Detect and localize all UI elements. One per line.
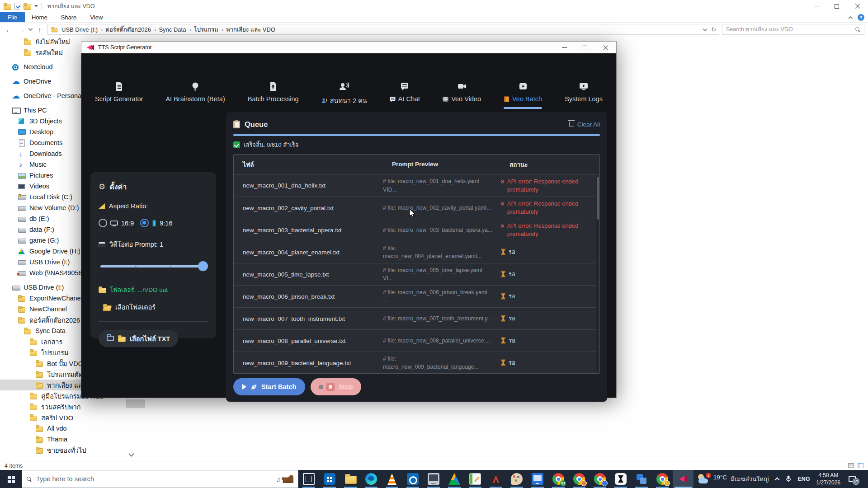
app-close-button[interactable]: [595, 42, 616, 54]
taskbar-app[interactable]: [298, 470, 319, 488]
tab[interactable]: Batch Processing: [248, 80, 299, 103]
tree-item-label: OneDrive: [24, 78, 51, 85]
explorer-search-input[interactable]: [726, 26, 855, 33]
menu-item[interactable]: Share: [54, 12, 84, 22]
tree-item[interactable]: All vdo: [0, 423, 135, 434]
clock[interactable]: 4:58 AM 1/27/2026: [816, 472, 840, 486]
tree-item[interactable]: Thama: [0, 434, 135, 445]
taskbar-app[interactable]: [423, 470, 444, 488]
radio-selected-icon[interactable]: [140, 219, 149, 227]
queue-row[interactable]: new_macro_005_time_lapse.txt # file: mac…: [234, 263, 599, 285]
slider-thumb[interactable]: [198, 261, 208, 271]
queue-row[interactable]: new_macro_003_bacterial_opera.txt # file…: [234, 219, 599, 241]
taskbar-app[interactable]: [569, 470, 590, 488]
breadcrumb-segment[interactable]: USB Drive (I:): [60, 26, 104, 33]
menu-item[interactable]: View: [83, 12, 109, 22]
recent-locations-icon[interactable]: [28, 27, 33, 31]
taskbar-app[interactable]: [590, 470, 610, 488]
tab[interactable]: Script Generator: [95, 80, 143, 103]
taskbar-app[interactable]: [652, 470, 673, 488]
address-dropdown-icon[interactable]: [703, 27, 708, 31]
taskbar-app[interactable]: [486, 470, 506, 488]
microphone-icon[interactable]: [785, 475, 792, 483]
table-scrollbar[interactable]: [596, 175, 599, 373]
explorer-search-box[interactable]: [722, 24, 864, 35]
large-icons-view-icon[interactable]: [858, 463, 863, 468]
app-titlebar[interactable]: TTS Script Generator: [81, 42, 616, 53]
weather-widget[interactable]: 1 19°C มีเมฆส่วนใหญ่: [697, 474, 769, 484]
close-button[interactable]: [847, 0, 868, 12]
queue-row[interactable]: new_macro_006_prison_break.txt # file: m…: [234, 285, 599, 307]
taskbar-app[interactable]: [402, 470, 423, 488]
taskbar-app[interactable]: [527, 470, 548, 488]
choose-txt-files-button[interactable]: เลือกไฟล์ TXT: [99, 330, 178, 347]
up-icon[interactable]: ↑: [35, 26, 45, 33]
address-bar[interactable]: USB Drive (I:)ดอร์สติ๊กต๊อก2026Sync Data…: [47, 24, 719, 35]
videos-per-prompt-slider[interactable]: [100, 261, 206, 271]
clear-all-button[interactable]: Clear All: [569, 121, 600, 128]
quick-access-customize-icon[interactable]: [34, 5, 38, 7]
tab[interactable]: Veo Video: [443, 80, 481, 103]
details-view-icon[interactable]: [848, 463, 854, 468]
ratio-9-16-option[interactable]: 9:16: [140, 219, 172, 227]
refresh-icon[interactable]: ↻: [711, 26, 716, 33]
app-maximize-button[interactable]: [575, 42, 595, 54]
stop-button[interactable]: Stop: [311, 378, 361, 395]
app-minimize-button[interactable]: [554, 42, 575, 54]
menu-item[interactable]: File: [0, 12, 25, 22]
tree-item[interactable]: ขายของทั่วไป: [0, 445, 135, 455]
back-icon[interactable]: ←: [4, 26, 14, 33]
forward-icon[interactable]: →: [16, 26, 26, 33]
breadcrumb-segment[interactable]: โปรแกรม: [193, 25, 225, 34]
start-batch-button[interactable]: Start Batch: [233, 378, 305, 395]
taskbar-app[interactable]: [673, 470, 693, 488]
queue-row[interactable]: new_macro_004_planet_enamel.txt # file: …: [234, 241, 599, 263]
maximize-button[interactable]: [826, 0, 847, 12]
queue-row[interactable]: new_macro_007_tooth_instrument.txt # fil…: [234, 307, 599, 329]
notes-icon: [469, 473, 481, 485]
queue-table-body: new_macro_001_dna_helix.txt # file: macr…: [234, 174, 599, 374]
quick-access-properties-icon[interactable]: [14, 3, 20, 9]
ratio-16-9-option[interactable]: 16:9: [99, 219, 134, 227]
search-highlight-piano-icon[interactable]: ♫: [276, 475, 293, 483]
taskbar-app[interactable]: [610, 470, 631, 488]
breadcrumb-segment[interactable]: ดอร์สติ๊กต๊อก2026: [104, 25, 158, 34]
taskbar-app[interactable]: [465, 470, 486, 488]
ribbon-collapse-icon[interactable]: [849, 16, 853, 21]
language-indicator[interactable]: ENG: [798, 476, 810, 482]
help-icon[interactable]: [858, 14, 864, 21]
queue-row[interactable]: new_macro_002_cavity_portal.txt # file: …: [234, 197, 599, 219]
taskbar-app[interactable]: [340, 470, 361, 488]
taskbar-app[interactable]: [631, 470, 652, 488]
tab[interactable]: สนทนา 2 คน: [321, 80, 367, 106]
quick-access-new-folder-icon[interactable]: [24, 3, 31, 9]
tree-item[interactable]: รวมสคริปพาก: [0, 401, 135, 412]
taskbar-search-box[interactable]: ♫: [22, 470, 298, 488]
choose-folder-button[interactable]: เลือกโฟลเดอร์: [103, 302, 208, 312]
queue-row[interactable]: new_macro_009_bacterial_language.txt # f…: [234, 352, 599, 374]
taskbar-app[interactable]: [361, 470, 382, 488]
tree-item[interactable]: สคริป VDO: [0, 412, 135, 423]
stop-icon: [326, 383, 335, 391]
tab[interactable]: Veo Batch: [504, 80, 542, 109]
tab[interactable]: System Logs: [565, 80, 603, 103]
breadcrumb-segment[interactable]: Sync Data: [157, 26, 192, 33]
taskbar-app[interactable]: [444, 470, 465, 488]
tab[interactable]: AI Chat: [390, 80, 420, 103]
taskbar-search-input[interactable]: [36, 475, 272, 483]
menu-item[interactable]: Home: [25, 12, 54, 22]
taskbar-app[interactable]: [319, 470, 340, 488]
start-button[interactable]: [0, 470, 22, 488]
queue-row[interactable]: new_macro_001_dna_helix.txt # file: macr…: [234, 174, 599, 197]
tab[interactable]: AI Brainstorm (Beta): [165, 80, 225, 103]
radio-unselected-icon[interactable]: [99, 219, 107, 227]
minimize-button[interactable]: [806, 0, 826, 12]
queue-row[interactable]: new_macro_008_parallel_universe.txt # fi…: [234, 329, 599, 352]
taskbar-app[interactable]: [548, 470, 569, 488]
slider-track[interactable]: [100, 265, 206, 267]
breadcrumb-segment[interactable]: พากเสียง และ VDO: [225, 25, 277, 34]
notification-center-icon[interactable]: 17: [847, 474, 858, 484]
taskbar-app[interactable]: [506, 470, 527, 488]
hidden-icons-chevron[interactable]: [774, 477, 779, 482]
taskbar-app[interactable]: [382, 470, 402, 488]
